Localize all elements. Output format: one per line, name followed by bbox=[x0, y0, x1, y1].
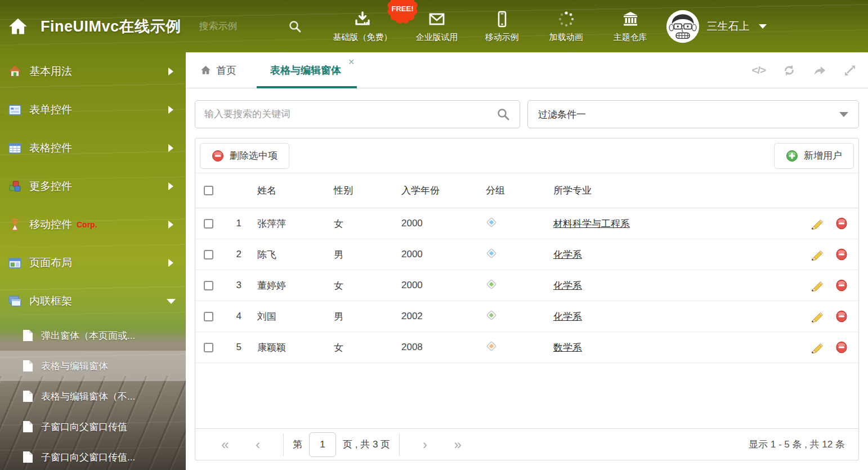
cell-gender: 女 bbox=[320, 279, 388, 292]
sidebar-subitem-popup-window[interactable]: 弹出窗体（本页面或... bbox=[0, 320, 186, 351]
tab-home[interactable]: 首页 bbox=[200, 52, 236, 88]
delete-icon[interactable] bbox=[835, 279, 848, 292]
last-page-button[interactable]: » bbox=[441, 437, 474, 453]
edit-icon[interactable] bbox=[811, 341, 823, 353]
frames-icon bbox=[8, 294, 22, 308]
layout-icon bbox=[8, 256, 22, 270]
top-bar: FineUIMvc在线示例 FREE! 基础版（免费） 企业版试用 bbox=[0, 0, 868, 52]
major-link[interactable]: 化学系 bbox=[553, 280, 582, 291]
delete-selected-button[interactable]: 删除选中项 bbox=[200, 143, 289, 169]
cell-name: 陈飞 bbox=[244, 248, 320, 261]
maximize-icon[interactable] bbox=[843, 64, 857, 77]
delete-icon[interactable] bbox=[835, 341, 848, 353]
sidebar-subitem-grid-edit-window-2[interactable]: 表格与编辑窗体（不... bbox=[0, 381, 186, 411]
cell-year: 2000 bbox=[388, 280, 472, 291]
chevron-right-icon bbox=[168, 144, 173, 152]
filter-dropdown[interactable]: 过滤条件一 bbox=[527, 100, 859, 128]
major-link[interactable]: 材料科学与工程系 bbox=[553, 218, 630, 229]
sidebar-item-page-layout[interactable]: 页面布局 bbox=[0, 244, 186, 282]
sidebar-item-more-controls[interactable]: 更多控件 bbox=[0, 167, 186, 205]
nav-item-theme-repo[interactable]: 主题仓库 bbox=[610, 10, 651, 43]
chevron-right-icon bbox=[168, 68, 173, 75]
chevron-right-icon bbox=[168, 106, 173, 114]
sidebar-item-mobile-controls[interactable]: 移动控件 Corp. bbox=[0, 205, 186, 244]
sidebar-item-form-controls[interactable]: 表单控件 bbox=[0, 91, 186, 129]
table-row: 2 陈飞 男 2000 化学系 bbox=[195, 239, 858, 270]
sidebar-item-iframe[interactable]: 内联框架 bbox=[0, 282, 186, 320]
cell-year: 2002 bbox=[388, 311, 472, 322]
edit-icon[interactable] bbox=[811, 217, 823, 230]
cell-name: 康颖颖 bbox=[244, 341, 320, 354]
spinner-icon bbox=[557, 10, 575, 28]
column-header-gender[interactable]: 性别 bbox=[320, 184, 388, 197]
sidebar-item-grid-controls[interactable]: 表格控件 bbox=[0, 129, 186, 167]
open-new-window-icon[interactable] bbox=[813, 64, 826, 77]
column-header-year[interactable]: 入学年份 bbox=[388, 184, 472, 197]
sidebar-subitem-child-to-parent[interactable]: 子窗口向父窗口传值 bbox=[0, 411, 186, 442]
chevron-right-icon bbox=[168, 182, 173, 190]
search-icon[interactable] bbox=[288, 20, 302, 33]
row-checkbox[interactable] bbox=[204, 250, 213, 259]
delete-icon[interactable] bbox=[835, 248, 848, 261]
row-checkbox[interactable] bbox=[204, 281, 213, 290]
plus-circle-icon bbox=[786, 150, 798, 162]
user-menu[interactable]: 三生石上 bbox=[666, 10, 767, 43]
major-link[interactable]: 数学系 bbox=[553, 342, 582, 353]
row-checkbox[interactable] bbox=[204, 312, 213, 321]
nav-item-loading-animation[interactable]: 加载动画 bbox=[546, 10, 587, 43]
form-icon bbox=[8, 103, 22, 117]
file-icon bbox=[23, 360, 33, 372]
nav-item-basic-edition[interactable]: 基础版（免费） bbox=[333, 10, 392, 43]
file-icon bbox=[23, 390, 33, 402]
add-user-button[interactable]: 新增用户 bbox=[774, 143, 854, 169]
row-checkbox[interactable] bbox=[204, 343, 213, 352]
chevron-right-icon bbox=[168, 259, 173, 267]
cell-year: 2000 bbox=[388, 249, 472, 260]
sidebar-item-basic-usage[interactable]: 基本用法 bbox=[0, 52, 186, 91]
table-header-row: 姓名 性别 入学年份 分组 所学专业 bbox=[195, 173, 858, 208]
cell-gender: 女 bbox=[320, 217, 388, 230]
delete-icon[interactable] bbox=[835, 217, 848, 230]
refresh-icon[interactable] bbox=[782, 64, 796, 77]
tag-icon bbox=[486, 279, 497, 290]
tag-icon bbox=[486, 341, 497, 352]
prev-page-button[interactable]: ‹ bbox=[241, 437, 274, 453]
select-all-checkbox[interactable] bbox=[204, 186, 213, 195]
column-header-group[interactable]: 分组 bbox=[472, 184, 540, 197]
search-icon[interactable] bbox=[496, 108, 510, 121]
major-link[interactable]: 化学系 bbox=[553, 311, 582, 322]
close-icon[interactable]: ✕ bbox=[348, 57, 355, 66]
file-icon bbox=[23, 451, 33, 463]
corp-badge: Corp. bbox=[77, 220, 97, 229]
sidebar-subitem-grid-edit-window[interactable]: 表格与编辑窗体 bbox=[0, 351, 186, 381]
page-number-input[interactable] bbox=[309, 432, 336, 457]
home-icon[interactable] bbox=[8, 16, 28, 37]
edit-icon[interactable] bbox=[811, 310, 823, 323]
row-checkbox[interactable] bbox=[204, 219, 213, 229]
header-search-input[interactable] bbox=[199, 17, 284, 36]
edit-icon[interactable] bbox=[811, 279, 823, 292]
file-icon bbox=[23, 329, 33, 342]
keyword-search-input[interactable] bbox=[195, 100, 520, 128]
sidebar-subitem-child-to-parent-2[interactable]: 子窗口向父窗口传值... bbox=[0, 442, 186, 470]
column-header-name[interactable]: 姓名 bbox=[244, 184, 320, 197]
edit-icon[interactable] bbox=[811, 248, 823, 261]
users-grid-panel: 删除选中项 新增用户 姓名 性别 入学年份 分组 所学专业 bbox=[195, 138, 859, 460]
major-link[interactable]: 化学系 bbox=[553, 249, 582, 260]
tag-icon bbox=[486, 248, 497, 259]
table-icon bbox=[8, 141, 22, 155]
tab-bar: 首页 表格与编辑窗体 ✕ </> bbox=[186, 52, 868, 88]
page-label-after: 页 , 共 3 页 bbox=[343, 438, 390, 451]
tab-grid-edit-window[interactable]: 表格与编辑窗体 ✕ bbox=[257, 52, 357, 88]
source-code-icon[interactable]: </> bbox=[752, 64, 766, 77]
nav-item-enterprise-trial[interactable]: 企业版试用 bbox=[416, 10, 458, 43]
delete-icon[interactable] bbox=[835, 310, 848, 323]
grid-toolbar: 删除选中项 新增用户 bbox=[195, 138, 858, 173]
next-page-button[interactable]: › bbox=[409, 437, 441, 453]
column-header-major[interactable]: 所学专业 bbox=[540, 184, 797, 197]
app-title: FineUIMvc在线示例 bbox=[41, 16, 181, 37]
nav-item-mobile-demo[interactable]: 移动示例 bbox=[482, 10, 522, 43]
header-nav: 基础版（免费） 企业版试用 移动示例 bbox=[333, 10, 651, 43]
table-row: 3 董婷婷 女 2000 化学系 bbox=[195, 270, 858, 301]
first-page-button[interactable]: « bbox=[209, 437, 241, 453]
